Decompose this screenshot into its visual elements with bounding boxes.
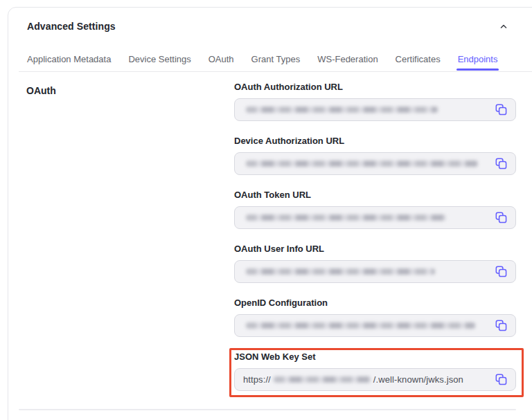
copy-icon: [495, 104, 507, 116]
field-label: OpenID Configuration: [234, 298, 516, 309]
field-label: OAuth Token URL: [234, 190, 516, 201]
field-oauth-authorization-url: OAuth Authorization URL: [234, 82, 516, 121]
field-device-authorization-url: Device Authorization URL: [234, 136, 516, 175]
redacted-url-blur: [246, 268, 435, 275]
copy-icon: [495, 212, 507, 223]
url-input[interactable]: [234, 314, 516, 337]
field-oauth-token-url: OAuth Token URL: [234, 190, 516, 229]
copy-button[interactable]: [494, 156, 508, 171]
tab-endpoints[interactable]: Endpoints: [458, 53, 498, 71]
field-json-web-key-set: JSON Web Key Set https:// /.well-known/j…: [234, 351, 516, 391]
copy-button[interactable]: [494, 210, 508, 225]
url-prefix-text: https://: [243, 374, 271, 385]
panel-title: Advanced Settings: [27, 21, 116, 32]
tab-label: OAuth: [209, 54, 234, 64]
url-input[interactable]: https:// /.well-known/jwks.json: [234, 368, 516, 391]
copy-icon: [495, 266, 507, 277]
url-suffix-text: /.well-known/jwks.json: [373, 374, 463, 385]
tab-ws-federation[interactable]: WS-Federation: [317, 53, 378, 71]
tabs-divider: [19, 71, 532, 72]
endpoint-fields: OAuth Authorization URL Device Authoriza…: [234, 82, 516, 405]
field-label: Device Authorization URL: [234, 136, 516, 147]
redacted-url-blur: [246, 322, 475, 329]
tab-certificates[interactable]: Certificates: [396, 53, 441, 71]
chevron-up-icon: [499, 22, 508, 30]
field-label: JSON Web Key Set: [234, 351, 516, 363]
tab-label: Endpoints: [458, 54, 498, 64]
url-input[interactable]: [234, 152, 516, 175]
redacted-url-blur: [274, 376, 371, 383]
redacted-url-blur: [246, 214, 446, 221]
field-label: OAuth User Info URL: [234, 244, 516, 255]
tab-bar: Application Metadata Device Settings OAu…: [27, 53, 497, 71]
copy-button[interactable]: [494, 102, 508, 117]
tab-label: WS-Federation: [317, 54, 378, 64]
tab-application-metadata[interactable]: Application Metadata: [27, 53, 111, 71]
redacted-url-blur: [246, 107, 438, 113]
collapse-panel-button[interactable]: [495, 18, 513, 35]
url-input[interactable]: [234, 260, 516, 283]
url-input[interactable]: [234, 98, 516, 121]
copy-icon: [495, 158, 507, 170]
bottom-divider: [19, 409, 516, 410]
tab-device-settings[interactable]: Device Settings: [128, 53, 190, 71]
tab-grant-types[interactable]: Grant Types: [251, 53, 301, 71]
redacted-url-blur: [246, 161, 478, 167]
tab-oauth[interactable]: OAuth: [209, 53, 234, 71]
copy-button[interactable]: [494, 372, 508, 387]
copy-button[interactable]: [494, 318, 508, 333]
copy-button[interactable]: [494, 264, 508, 279]
tab-label: Device Settings: [128, 54, 190, 64]
field-oauth-user-info-url: OAuth User Info URL: [234, 244, 516, 283]
copy-icon: [495, 320, 507, 331]
tab-label: Grant Types: [251, 54, 301, 64]
url-input[interactable]: [234, 206, 516, 229]
section-label: OAuth: [26, 85, 56, 96]
copy-icon: [495, 374, 507, 385]
field-openid-configuration: OpenID Configuration: [234, 298, 516, 337]
tab-label: Application Metadata: [27, 54, 111, 64]
field-label: OAuth Authorization URL: [234, 82, 516, 93]
page: Advanced Settings Application Metadata D…: [0, 0, 532, 420]
tab-label: Certificates: [396, 54, 441, 64]
